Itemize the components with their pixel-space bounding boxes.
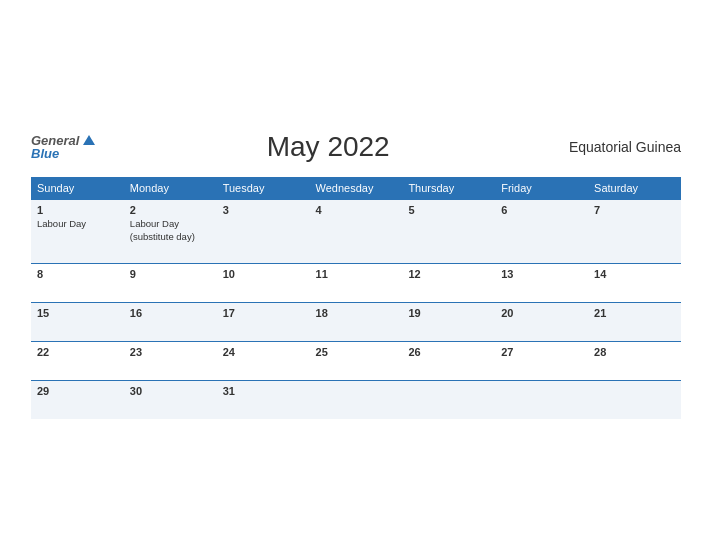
day-number: 14 (594, 268, 675, 280)
day-number: 23 (130, 346, 211, 358)
calendar-day-cell: 29 (31, 380, 124, 419)
calendar-week-row: 15161718192021 (31, 302, 681, 341)
day-number: 1 (37, 204, 118, 216)
day-number: 2 (130, 204, 211, 216)
day-number: 6 (501, 204, 582, 216)
calendar-week-row: 293031 (31, 380, 681, 419)
day-number: 30 (130, 385, 211, 397)
calendar-day-cell: 25 (310, 341, 403, 380)
calendar-day-cell: 15 (31, 302, 124, 341)
country-label: Equatorial Guinea (561, 139, 681, 155)
calendar-week-row: 22232425262728 (31, 341, 681, 380)
calendar-day-cell (310, 380, 403, 419)
calendar-day-cell: 4 (310, 200, 403, 264)
holiday-label: Labour Day (37, 218, 118, 230)
day-of-week-thursday: Thursday (402, 177, 495, 200)
day-number: 24 (223, 346, 304, 358)
calendar-table: SundayMondayTuesdayWednesdayThursdayFrid… (31, 177, 681, 419)
calendar-week-row: 1Labour Day2Labour Day (substitute day)3… (31, 200, 681, 264)
day-number: 13 (501, 268, 582, 280)
day-number: 25 (316, 346, 397, 358)
calendar-day-cell: 19 (402, 302, 495, 341)
calendar-day-cell: 24 (217, 341, 310, 380)
day-number: 3 (223, 204, 304, 216)
calendar-container: General Blue May 2022 Equatorial Guinea … (11, 115, 701, 435)
holiday-label: Labour Day (substitute day) (130, 218, 211, 243)
calendar-day-cell: 3 (217, 200, 310, 264)
calendar-day-cell: 2Labour Day (substitute day) (124, 200, 217, 264)
day-number: 16 (130, 307, 211, 319)
day-number: 22 (37, 346, 118, 358)
day-of-week-monday: Monday (124, 177, 217, 200)
day-number: 29 (37, 385, 118, 397)
day-number: 31 (223, 385, 304, 397)
calendar-day-cell: 17 (217, 302, 310, 341)
calendar-day-cell: 13 (495, 263, 588, 302)
day-number: 9 (130, 268, 211, 280)
day-number: 4 (316, 204, 397, 216)
day-of-week-friday: Friday (495, 177, 588, 200)
calendar-day-cell: 22 (31, 341, 124, 380)
calendar-day-cell: 12 (402, 263, 495, 302)
day-number: 12 (408, 268, 489, 280)
calendar-day-cell: 9 (124, 263, 217, 302)
calendar-day-cell: 6 (495, 200, 588, 264)
day-of-week-saturday: Saturday (588, 177, 681, 200)
calendar-day-cell (402, 380, 495, 419)
day-number: 26 (408, 346, 489, 358)
calendar-day-cell: 16 (124, 302, 217, 341)
calendar-day-cell: 27 (495, 341, 588, 380)
day-number: 19 (408, 307, 489, 319)
calendar-day-cell: 8 (31, 263, 124, 302)
calendar-day-cell: 1Labour Day (31, 200, 124, 264)
calendar-day-cell: 10 (217, 263, 310, 302)
calendar-day-cell: 26 (402, 341, 495, 380)
day-number: 20 (501, 307, 582, 319)
calendar-day-cell (495, 380, 588, 419)
day-of-week-wednesday: Wednesday (310, 177, 403, 200)
calendar-day-cell: 31 (217, 380, 310, 419)
calendar-day-cell: 7 (588, 200, 681, 264)
calendar-day-cell: 18 (310, 302, 403, 341)
calendar-day-cell: 14 (588, 263, 681, 302)
calendar-day-cell: 11 (310, 263, 403, 302)
calendar-day-cell (588, 380, 681, 419)
day-number: 11 (316, 268, 397, 280)
calendar-day-cell: 23 (124, 341, 217, 380)
day-number: 17 (223, 307, 304, 319)
calendar-header-row: SundayMondayTuesdayWednesdayThursdayFrid… (31, 177, 681, 200)
calendar-header: General Blue May 2022 Equatorial Guinea (31, 131, 681, 163)
day-of-week-tuesday: Tuesday (217, 177, 310, 200)
calendar-day-cell: 20 (495, 302, 588, 341)
calendar-week-row: 891011121314 (31, 263, 681, 302)
month-title: May 2022 (95, 131, 561, 163)
day-number: 15 (37, 307, 118, 319)
logo: General Blue (31, 134, 95, 160)
day-number: 28 (594, 346, 675, 358)
day-number: 7 (594, 204, 675, 216)
logo-triangle-icon (83, 135, 95, 145)
calendar-day-cell: 21 (588, 302, 681, 341)
calendar-day-cell: 5 (402, 200, 495, 264)
calendar-day-cell: 30 (124, 380, 217, 419)
day-number: 10 (223, 268, 304, 280)
calendar-day-cell: 28 (588, 341, 681, 380)
day-number: 21 (594, 307, 675, 319)
logo-blue-text: Blue (31, 147, 95, 160)
day-number: 5 (408, 204, 489, 216)
day-number: 8 (37, 268, 118, 280)
day-number: 27 (501, 346, 582, 358)
day-of-week-sunday: Sunday (31, 177, 124, 200)
day-number: 18 (316, 307, 397, 319)
